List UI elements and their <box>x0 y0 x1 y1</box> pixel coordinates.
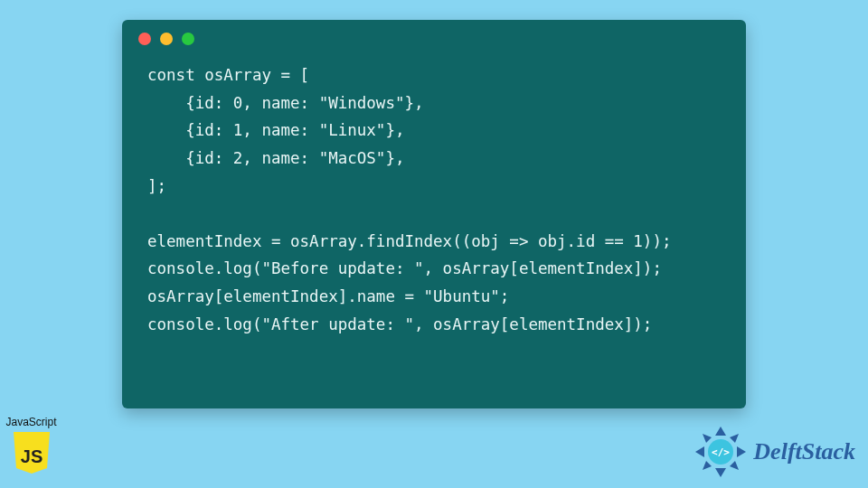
minimize-icon[interactable] <box>160 33 173 45</box>
svg-text:</>: </> <box>712 446 730 458</box>
code-block: const osArray = [ {id: 0, name: "Windows… <box>122 52 746 356</box>
delftstack-brand: </> DelftStack <box>693 425 855 479</box>
svg-text:JS: JS <box>20 446 42 466</box>
close-icon[interactable] <box>138 33 151 45</box>
javascript-badge: JavaScript JS <box>2 416 61 479</box>
maximize-icon[interactable] <box>182 33 194 45</box>
delftstack-name: DelftStack <box>753 438 855 465</box>
javascript-shield-icon: JS <box>11 430 52 475</box>
code-window: const osArray = [ {id: 0, name: "Windows… <box>122 20 746 408</box>
window-controls <box>122 20 746 52</box>
delftstack-logo-icon: </> <box>693 425 748 479</box>
javascript-label: JavaScript <box>2 416 61 428</box>
